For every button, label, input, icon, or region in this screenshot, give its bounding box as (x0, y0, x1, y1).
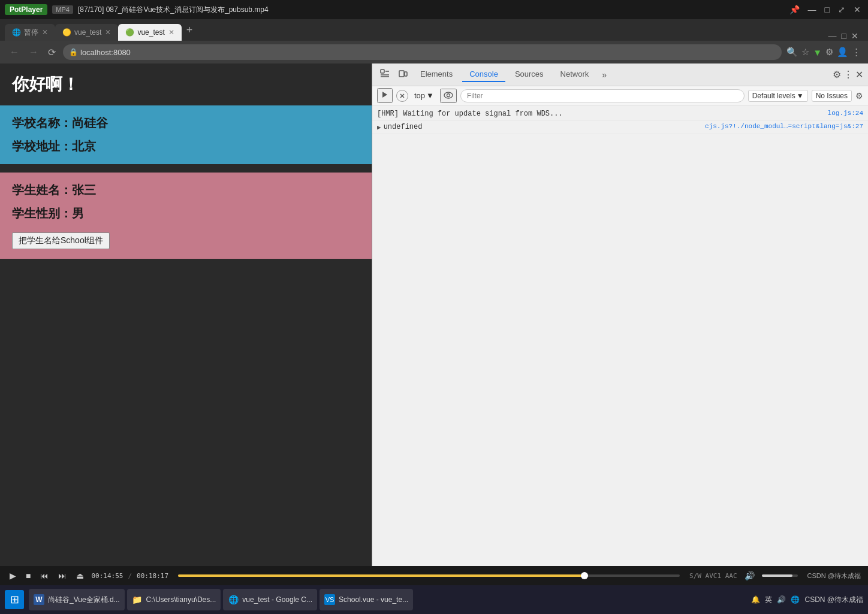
devtools-settings-icon[interactable]: ⚙ (833, 69, 841, 80)
app-header: 你好啊！ (0, 63, 372, 105)
maximize-icon[interactable]: □ (822, 5, 832, 14)
school-name-text: 学校名称：尚硅谷 (12, 115, 360, 131)
browser-minimize-btn[interactable]: — (828, 31, 837, 41)
devtools-more-tabs[interactable]: » (598, 68, 610, 82)
profile-icon[interactable]: 👤 (837, 47, 848, 58)
taskbar-item-word[interactable]: W 尚硅谷_Vue全家桶.d... (29, 589, 125, 610)
console-row-1: [HMR] Waiting for update signal from WDS… (372, 108, 868, 121)
app-title: 你好啊！ (12, 73, 360, 96)
console-level-button[interactable]: Default levels ▼ (748, 90, 808, 102)
menu-icon[interactable]: ⋮ (852, 47, 861, 58)
console-eye-button[interactable] (440, 89, 457, 103)
browser-action-icons: 🔍 ☆ ▼ ⚙ 👤 ⋮ (786, 47, 861, 58)
potplayer-logo[interactable]: PotPlayer (5, 4, 47, 15)
tab-label-3: vue_test (137, 28, 164, 37)
volume-taskbar-icon[interactable]: 🔊 (777, 595, 786, 604)
prev-button[interactable]: ⏮ (38, 570, 51, 582)
back-button[interactable]: ← (7, 46, 22, 59)
console-filter-input[interactable] (460, 89, 745, 102)
console-level-chevron: ▼ (797, 92, 804, 100)
svg-rect-0 (381, 69, 384, 73)
media-title: [87/170] 087_尚硅谷Vue技术_消息订阅与发布_pubsub.mp4 (78, 5, 787, 15)
tab-close-1[interactable]: ✕ (42, 28, 48, 37)
stop-button[interactable]: ■ (23, 570, 33, 582)
bookmark-icon[interactable]: ☆ (801, 47, 809, 58)
media-progress-bar[interactable] (178, 574, 680, 577)
taskbar-label-word: 尚硅谷_Vue全家桶.d... (48, 595, 120, 605)
network-icon[interactable]: 🌐 (791, 595, 800, 604)
svg-point-10 (447, 93, 450, 96)
browser-maximize-btn[interactable]: □ (842, 31, 846, 41)
console-source-1[interactable]: log.js:24 (828, 110, 863, 117)
taskbar-right-area: 🔔 英 🔊 🌐 CSDN @待木成福 (751, 595, 863, 605)
console-exec-button[interactable] (377, 88, 393, 103)
start-button[interactable]: ⊞ (5, 590, 24, 609)
forward-button[interactable]: → (26, 46, 41, 59)
pin-icon[interactable]: 📌 (787, 5, 802, 14)
devtools-device-button[interactable] (395, 67, 411, 83)
console-issues-button[interactable]: No Issues (812, 90, 852, 102)
console-context-label: top (414, 91, 425, 100)
student-gender-text: 学生性别：男 (12, 205, 360, 222)
console-toolbar: top ▼ Default levels ▼ No Issues ⚙ (372, 86, 868, 105)
media-volume-fill (762, 574, 792, 577)
devtools-tab-sources[interactable]: Sources (508, 67, 551, 82)
fullscreen-icon[interactable]: ⤢ (836, 5, 848, 14)
tab-close-3[interactable]: ✕ (168, 28, 174, 37)
console-output: [HMR] Waiting for update signal from WDS… (372, 105, 868, 566)
browser-tab-2[interactable]: 🟡 vue_test ✕ (55, 24, 118, 41)
console-settings-icon[interactable]: ⚙ (855, 91, 863, 101)
play-button[interactable]: ▶ (7, 570, 19, 582)
next-button[interactable]: ⏭ (56, 570, 69, 582)
browser-tab-1[interactable]: 🌐 暂停 ✕ (5, 24, 55, 41)
notification-icon[interactable]: 🔔 (751, 595, 760, 604)
media-format-tag: MP4 (52, 5, 73, 14)
address-bar[interactable]: 🔒 localhost:8080 (63, 44, 782, 60)
time-separator: / (128, 572, 132, 580)
console-context-selector[interactable]: top ▼ (412, 90, 436, 101)
devtools-more-options-icon[interactable]: ⋮ (843, 69, 853, 80)
devtools-tab-network[interactable]: Network (553, 67, 596, 82)
volume-icon[interactable]: 🔊 (742, 570, 757, 582)
minimize-icon[interactable]: — (806, 5, 819, 14)
window-controls[interactable]: 📌 — □ ⤢ ✕ (787, 5, 863, 14)
tab-close-2[interactable]: ✕ (105, 28, 111, 37)
taskbar-item-explorer[interactable]: 📁 C:\Users\tianyu\Des... (127, 589, 221, 610)
media-codec-tags: S/W AVC1 AAC (689, 572, 737, 580)
console-row-2: ▶ undefined cjs.js?!./node_modul…=script… (372, 121, 868, 134)
total-time: 00:18:17 (137, 572, 168, 580)
url-text: localhost:8080 (80, 48, 131, 57)
extension1-icon[interactable]: ▼ (813, 47, 822, 58)
console-source-2[interactable]: cjs.js?!./node_modul…=script&lang=js&:27 (705, 123, 863, 130)
extension2-icon[interactable]: ⚙ (825, 47, 833, 58)
school-section: 学校名称：尚硅谷 学校地址：北京 (0, 105, 372, 164)
devtools-inspect-button[interactable] (377, 67, 393, 83)
language-indicator[interactable]: 英 (765, 595, 772, 605)
close-icon[interactable]: ✕ (851, 5, 863, 14)
browser-tab-3[interactable]: 🟢 vue_test ✕ (118, 24, 181, 41)
taskbar-item-chrome[interactable]: 🌐 vue_test - Google C... (223, 589, 317, 610)
console-text-2: undefined (384, 123, 700, 131)
browser-nav-bar: ← → ⟳ 🔒 localhost:8080 🔍 ☆ ▼ ⚙ 👤 ⋮ (0, 41, 868, 63)
devtools-tab-elements[interactable]: Elements (413, 67, 460, 82)
taskbar-item-vscode[interactable]: VS School.vue - vue_te... (320, 589, 413, 610)
refresh-button[interactable]: ⟳ (46, 46, 58, 59)
chrome-icon: 🌐 (228, 594, 239, 605)
tab-bar: 🌐 暂停 ✕ 🟡 vue_test ✕ 🟢 vue_test ✕ + — □ ✕ (0, 19, 868, 41)
new-tab-button[interactable]: + (182, 24, 198, 37)
media-volume-bar[interactable] (762, 574, 798, 577)
devtools-tab-console[interactable]: Console (462, 67, 505, 82)
eject-button[interactable]: ⏏ (74, 570, 86, 582)
devtools-close-icon[interactable]: ✕ (855, 69, 863, 80)
browser-close-btn[interactable]: ✕ (851, 31, 858, 41)
secure-icon: 🔒 (69, 48, 78, 56)
send-to-school-button[interactable]: 把学生名给School组件 (12, 232, 110, 249)
expand-arrow-icon[interactable]: ▶ (377, 123, 381, 131)
taskbar-label-chrome: vue_test - Google C... (242, 595, 312, 604)
media-controls-bar: ▶ ■ ⏮ ⏭ ⏏ 00:14:55 / 00:18:17 S/W AVC1 A… (0, 566, 868, 585)
word-icon: W (34, 594, 44, 605)
zoom-icon[interactable]: 🔍 (786, 47, 798, 58)
console-stop-button[interactable] (396, 90, 408, 102)
devtools-tab-bar: Elements Console Sources Network » ⚙ ⋮ ✕ (372, 63, 868, 86)
title-bar: PotPlayer MP4 [87/170] 087_尚硅谷Vue技术_消息订阅… (0, 0, 868, 19)
